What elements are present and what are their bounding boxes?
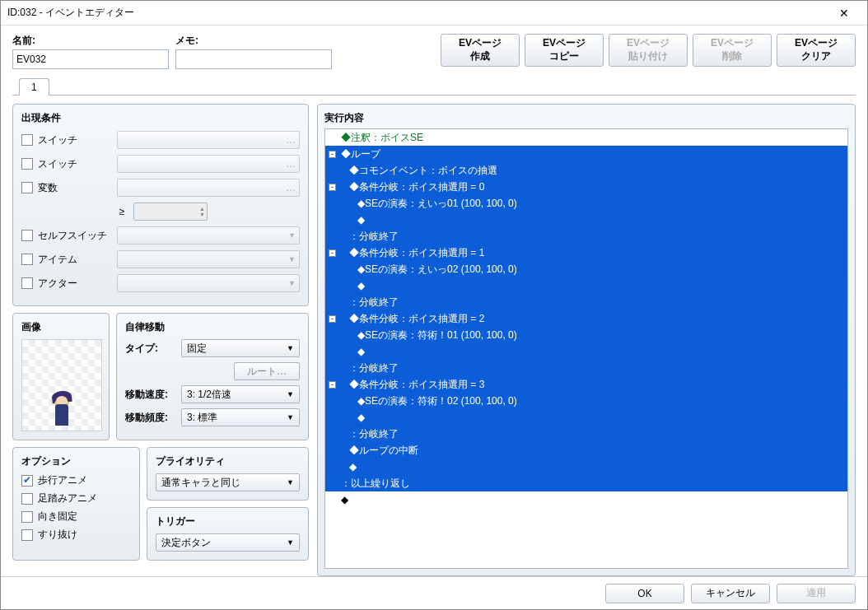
option-check-3[interactable] [21,529,33,541]
cond-check-0[interactable] [21,134,33,146]
cond-check-1[interactable] [21,158,33,170]
image-box: 画像 [12,313,110,440]
command-line-19[interactable]: ◆ループの中断 [325,442,847,459]
command-line-1[interactable]: -◆ループ [325,146,847,162]
command-line-2[interactable]: ◆コモンイベント：ボイスの抽選 [325,162,847,179]
memo-group: メモ: [175,34,332,69]
content-area: 名前: メモ: EVページ作成EVページコピーEVページ貼り付けEVページ削除E… [1,26,867,576]
move-freq-select[interactable]: 3: 標準▼ [181,408,300,426]
conditions-title: 出現条件 [21,111,300,125]
command-line-3[interactable]: - ◆条件分岐：ボイス抽選用 = 0 [325,179,847,195]
ev-page-button-1[interactable]: EVページコピー [525,34,604,67]
cond-label-5: アイテム [38,253,112,267]
cond-label-6: アクター [38,277,112,291]
close-button[interactable]: ✕ [828,4,861,22]
cond-check-4[interactable] [21,230,33,241]
option-label-0: 歩行アニメ [38,473,87,487]
cond-field-5: ▼ [117,250,300,268]
exec-box: 実行内容 ◆注釈：ボイスSE-◆ループ ◆コモンイベント：ボイスの抽選- ◆条件… [317,104,856,576]
command-line-14[interactable]: ：分岐終了 [325,360,847,376]
cond-field-2: … [117,179,300,197]
trigger-select[interactable]: 決定ボタン▼ [156,533,300,552]
command-line-17[interactable]: ◆ [325,409,847,426]
character-sprite[interactable] [21,339,102,431]
chevron-down-icon: ▼ [287,538,294,547]
options-box: オプション 歩行アニメ足踏みアニメ向き固定すり抜け [12,447,140,561]
option-check-2[interactable] [21,511,33,523]
option-label-1: 足踏みアニメ [38,491,97,505]
memo-input[interactable] [175,49,332,69]
image-move-row: 画像 自律移動 タイプ: 固定▼ [12,313,309,440]
ev-page-button-2: EVページ貼り付け [609,34,688,67]
ellipsis-icon: … [286,158,296,170]
bottom-bar: OK キャンセル 適用 [1,576,867,609]
cond-label-4: セルフスイッチ [38,229,112,243]
left-pane: 出現条件 スイッチ…スイッチ…変数…≥▲▼セルフスイッチ▼アイテム▼アクター▼ … [12,104,309,576]
conditions-box: 出現条件 スイッチ…スイッチ…変数…≥▲▼セルフスイッチ▼アイテム▼アクター▼ [12,104,309,306]
command-line-5[interactable]: ◆ [325,212,847,228]
collapse-toggle-icon[interactable]: - [329,184,336,191]
command-line-0[interactable]: ◆注釈：ボイスSE [325,129,847,146]
cancel-button[interactable]: キャンセル [691,584,770,603]
move-speed-select[interactable]: 3: 1/2倍速▼ [181,385,300,403]
option-check-1[interactable] [21,493,33,505]
option-label-3: すり抜け [38,528,77,542]
priority-title: プライオリティ [156,454,300,468]
collapse-toggle-icon[interactable]: - [329,151,336,158]
command-line-21[interactable]: ：以上繰り返し [325,475,847,491]
cond-check-2[interactable] [21,182,33,193]
collapse-toggle-icon[interactable]: - [329,315,336,323]
name-input[interactable] [12,49,169,69]
name-group: 名前: [12,34,169,69]
right-pane: 実行内容 ◆注釈：ボイスSE-◆ループ ◆コモンイベント：ボイスの抽選- ◆条件… [317,104,856,576]
chevron-down-icon: ▼ [287,413,294,421]
command-line-6[interactable]: ：分岐終了 [325,228,847,244]
command-line-10[interactable]: ：分岐終了 [325,294,847,310]
titlebar: ID:032 - イベントエディター ✕ [1,1,867,26]
command-line-20[interactable]: ◆ [325,459,847,475]
memo-label: メモ: [175,34,332,48]
tab-1[interactable]: 1 [19,78,49,95]
move-title: 自律移動 [125,320,300,334]
command-list[interactable]: ◆注釈：ボイスSE-◆ループ ◆コモンイベント：ボイスの抽選- ◆条件分岐：ボイ… [324,128,848,569]
collapse-toggle-icon[interactable]: - [329,249,336,257]
command-line-8[interactable]: ◆SEの演奏：えいっ02 (100, 100, 0) [325,261,847,277]
command-line-9[interactable]: ◆ [325,277,847,294]
command-line-13[interactable]: ◆ [325,343,847,360]
window-title: ID:032 - イベントエディター [7,6,828,20]
command-line-22[interactable]: ◆ [325,491,847,508]
command-line-15[interactable]: - ◆条件分岐：ボイス抽選用 = 3 [325,376,847,393]
name-label: 名前: [12,34,169,48]
collapse-toggle-icon[interactable]: - [329,381,336,389]
trigger-title: トリガー [156,515,300,529]
command-line-4[interactable]: ◆SEの演奏：えいっ01 (100, 100, 0) [325,195,847,212]
command-line-7[interactable]: - ◆条件分岐：ボイス抽選用 = 1 [325,244,847,261]
chevron-down-icon: ▼ [287,478,294,487]
cond-label-2: 変数 [38,181,112,195]
command-line-16[interactable]: ◆SEの演奏：符術！02 (100, 100, 0) [325,393,847,409]
cond-label-0: スイッチ [38,133,112,147]
ge-symbol: ≥ [115,206,128,217]
command-line-18[interactable]: ：分岐終了 [325,426,847,442]
ellipsis-icon: … [286,182,296,193]
page-tabs: 1 [12,77,856,95]
move-type-select[interactable]: 固定▼ [181,339,300,357]
cond-field-1: … [117,155,300,173]
priority-box: プライオリティ 通常キャラと同じ▼ [147,447,309,501]
cond-value-spinner: ▲▼ [133,203,208,221]
cond-check-6[interactable] [21,277,33,289]
chevron-down-icon: ▼ [287,390,294,398]
ok-button[interactable]: OK [605,584,684,603]
command-line-12[interactable]: ◆SEの演奏：符術！01 (100, 100, 0) [325,327,847,343]
opt-priority-row: オプション 歩行アニメ足踏みアニメ向き固定すり抜け プライオリティ 通常キャラと… [12,447,309,561]
cond-check-5[interactable] [21,254,33,265]
command-line-11[interactable]: - ◆条件分岐：ボイス抽選用 = 2 [325,310,847,327]
options-title: オプション [21,454,131,468]
ellipsis-icon: … [286,134,296,146]
ev-page-button-4[interactable]: EVページクリア [777,34,856,67]
move-speed-label: 移動速度: [125,388,176,402]
ev-page-button-0[interactable]: EVページ作成 [441,34,520,67]
move-type-label: タイプ: [125,342,176,356]
option-check-0[interactable] [21,475,33,487]
priority-select[interactable]: 通常キャラと同じ▼ [156,473,300,491]
